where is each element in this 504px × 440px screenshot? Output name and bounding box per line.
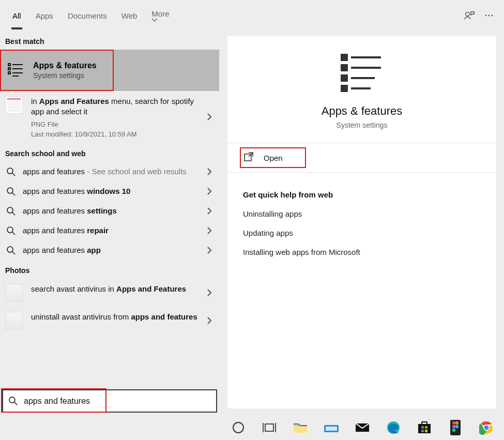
tab-apps[interactable]: Apps [28,2,60,29]
search-box-container [0,388,219,414]
help-heading: Get quick help from web [243,190,481,199]
detail-pane-container: Apps & features System settings Open Get… [219,31,504,414]
web-result-text: apps and features app [23,245,215,255]
more-options-icon[interactable] [479,6,499,25]
svg-point-13 [7,188,13,193]
chevron-right-icon [207,113,212,121]
mail-icon[interactable] [352,417,373,438]
tab-web[interactable]: Web [114,2,145,29]
svg-point-11 [7,168,13,174]
chevron-right-icon [207,207,212,215]
chevron-right-icon [207,246,212,254]
file-explorer-icon[interactable] [289,417,311,438]
photo-result[interactable]: uninstall avast antivirus from apps and … [0,307,219,335]
help-link[interactable]: Uninstalling apps [243,209,481,218]
search-box[interactable] [2,389,217,413]
detail-pane: Apps & features System settings Open Get… [227,36,496,408]
svg-rect-43 [421,426,424,429]
photo-result[interactable]: search avast antivirus in Apps and Featu… [0,279,219,307]
best-match-item[interactable]: Apps & features System settings [0,50,219,91]
file-thumbnail-icon [5,96,23,114]
svg-point-19 [7,247,13,252]
figma-icon[interactable] [445,417,466,438]
tab-more[interactable]: More [144,0,178,32]
tab-more-label: More [151,9,169,18]
svg-rect-41 [418,424,431,433]
search-icon [5,186,17,197]
cortana-icon[interactable] [227,417,249,438]
svg-line-18 [12,232,15,235]
svg-point-48 [452,421,455,424]
photo-thumbnail-icon [5,312,23,329]
open-action[interactable]: Open [243,146,481,169]
results-pane: Best match Apps & features System settin… [0,31,219,414]
section-best-match: Best match [0,31,219,50]
svg-point-21 [9,397,15,403]
svg-rect-23 [342,55,347,60]
svg-point-52 [452,428,455,431]
svg-point-32 [233,422,243,433]
web-result[interactable]: apps and features app [0,240,219,260]
svg-rect-8 [8,72,10,74]
best-match-subtitle: System settings [33,71,97,80]
divider [227,172,496,173]
svg-line-20 [12,252,15,254]
feedback-icon[interactable] [460,6,479,25]
svg-point-17 [7,227,13,233]
photo-result-title: search avast antivirus in Apps and Featu… [31,284,200,294]
search-icon [5,166,17,177]
svg-point-15 [7,207,13,213]
svg-rect-25 [342,65,347,70]
svg-rect-38 [326,427,337,431]
detail-subtitle: System settings [243,121,481,129]
help-link[interactable]: Installing web apps from Microsoft [243,248,481,256]
chevron-down-icon [151,18,171,22]
edge-browser-icon[interactable] [383,417,404,438]
file-result-title: in Apps and Features menu, search for sp… [31,96,200,117]
svg-point-1 [485,15,487,17]
web-result-text: apps and features windows 10 [23,186,215,196]
file-result-modified: Last modified: 10/9/2021, 10:59 AM [31,130,200,138]
search-icon [5,245,17,256]
web-result-text: apps and features settings [23,205,215,216]
chrome-browser-icon[interactable] [476,417,497,438]
file-result[interactable]: in Apps and Features menu, search for sp… [0,91,219,143]
photo-result-title: uninstall avast antivirus from apps and … [31,312,200,322]
svg-point-2 [488,15,490,17]
top-tab-bar: All Apps Documents Web More [0,0,504,31]
tab-documents[interactable]: Documents [60,2,114,29]
svg-line-16 [12,213,15,215]
svg-rect-6 [8,68,10,70]
svg-rect-42 [422,422,427,424]
svg-rect-29 [342,86,347,91]
search-icon [8,396,19,406]
svg-rect-45 [421,430,424,432]
svg-rect-46 [425,430,427,432]
tab-all[interactable]: All [5,2,28,29]
web-result[interactable]: apps and features - See school and web r… [0,162,219,181]
web-result[interactable]: apps and features repair [0,221,219,240]
svg-rect-27 [342,75,347,81]
chevron-right-icon [207,289,212,297]
divider [227,143,496,143]
detail-app-icon [243,52,481,92]
keyboard-icon[interactable] [320,417,342,438]
search-input[interactable] [24,397,211,406]
best-match-title: Apps & features [33,61,97,70]
help-link[interactable]: Updating apps [243,229,481,237]
svg-rect-4 [8,64,10,66]
svg-rect-44 [425,426,427,429]
list-settings-icon [7,62,25,79]
web-result-text: apps and features repair [23,225,215,236]
web-result[interactable]: apps and features windows 10 [0,181,219,201]
taskbar [221,415,504,440]
svg-point-51 [455,424,459,428]
web-result[interactable]: apps and features settings [0,201,219,221]
web-result-text: apps and features - See school and web r… [23,166,215,177]
task-view-icon[interactable] [258,417,280,438]
chevron-right-icon [207,226,212,235]
chevron-right-icon [207,168,212,176]
microsoft-store-icon[interactable] [414,417,435,438]
file-result-type: PNG File [31,120,200,128]
search-icon [5,225,17,236]
